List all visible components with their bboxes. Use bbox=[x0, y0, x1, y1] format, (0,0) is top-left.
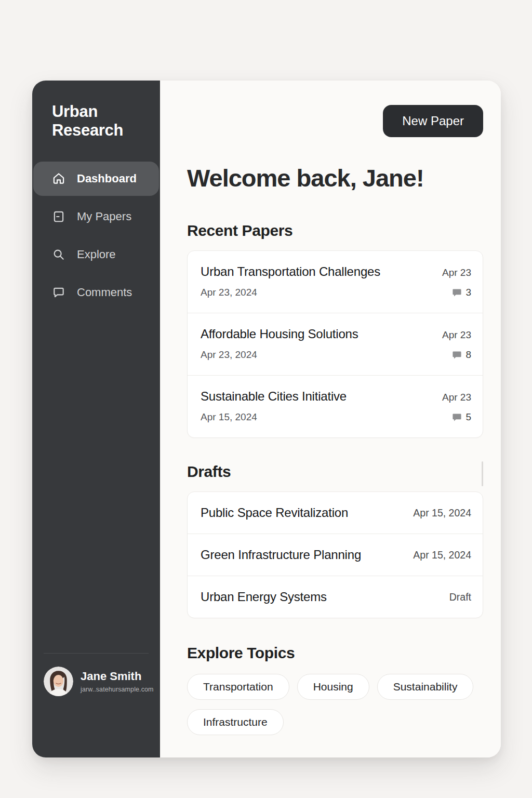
new-paper-button[interactable]: New Paper bbox=[383, 105, 483, 137]
brand-title: Urban Research bbox=[52, 102, 132, 140]
sidebar-item-dashboard[interactable]: Dashboard bbox=[33, 162, 159, 196]
paper-right-date: Apr 23 bbox=[442, 392, 471, 403]
paper-title: Urban Transportation Challenges bbox=[201, 264, 380, 279]
sidebar-item-my-papers[interactable]: My Papers bbox=[33, 200, 159, 234]
comment-count-value: 3 bbox=[466, 287, 471, 298]
sidebar: Urban Research Dashboard My Papers Explo… bbox=[32, 81, 160, 757]
welcome-heading: Welcome back, Jane! bbox=[187, 164, 483, 192]
sidebar-nav: Dashboard My Papers Explore Comments bbox=[32, 162, 160, 310]
topic-chip-housing[interactable]: Housing bbox=[297, 674, 369, 700]
paper-date: Apr 23, 2024 bbox=[201, 349, 257, 361]
draft-title: Urban Energy Systems bbox=[201, 590, 327, 604]
search-icon bbox=[52, 248, 65, 261]
profile-row[interactable]: Jane Smith jarw..satehursample.com bbox=[32, 654, 160, 757]
drafts-card: Public Space Revitalization Apr 15, 2024… bbox=[187, 491, 483, 618]
comment-filled-icon bbox=[452, 288, 462, 298]
paper-icon bbox=[52, 210, 65, 223]
paper-title: Affordable Housing Solutions bbox=[201, 327, 358, 341]
draft-title: Green Infrastructure Planning bbox=[201, 548, 361, 562]
comment-count-value: 8 bbox=[466, 349, 471, 361]
sidebar-item-label: My Papers bbox=[77, 210, 131, 223]
comment-count: 3 bbox=[452, 287, 471, 298]
comment-count-value: 5 bbox=[466, 411, 471, 423]
paper-row[interactable]: Sustainable Cities Initiative Apr 23 Apr… bbox=[188, 375, 483, 437]
comment-icon bbox=[52, 286, 65, 299]
profile-section: Jane Smith jarw..satehursample.com bbox=[32, 653, 160, 757]
drafts-heading: Drafts bbox=[187, 463, 483, 481]
paper-row[interactable]: Urban Transportation Challenges Apr 23 A… bbox=[188, 251, 483, 313]
draft-status-badge: Draft bbox=[449, 591, 471, 603]
sidebar-item-label: Explore bbox=[77, 248, 116, 261]
recent-papers-heading: Recent Papers bbox=[187, 222, 483, 240]
comment-filled-icon bbox=[452, 350, 462, 360]
sidebar-item-label: Comments bbox=[77, 286, 132, 299]
topic-chip-transportation[interactable]: Transportation bbox=[187, 674, 289, 700]
recent-papers-card: Urban Transportation Challenges Apr 23 A… bbox=[187, 250, 483, 438]
draft-title: Public Space Revitalization bbox=[201, 506, 348, 520]
topic-chips: Transportation Housing Sustainability In… bbox=[187, 674, 483, 735]
draft-row[interactable]: Urban Energy Systems Draft bbox=[188, 576, 483, 618]
header-row: New Paper bbox=[187, 105, 483, 137]
paper-row[interactable]: Affordable Housing Solutions Apr 23 Apr … bbox=[188, 313, 483, 375]
paper-right-date: Apr 23 bbox=[442, 329, 471, 341]
paper-date: Apr 15, 2024 bbox=[201, 411, 257, 423]
main-content: New Paper Welcome back, Jane! Recent Pap… bbox=[160, 81, 501, 757]
draft-row[interactable]: Public Space Revitalization Apr 15, 2024 bbox=[188, 492, 483, 534]
draft-meta: Apr 15, 2024 bbox=[413, 507, 471, 519]
paper-date: Apr 23, 2024 bbox=[201, 287, 257, 298]
profile-name: Jane Smith bbox=[81, 670, 154, 683]
profile-email: jarw..satehursample.com bbox=[81, 686, 154, 693]
draft-row[interactable]: Green Infrastructure Planning Apr 15, 20… bbox=[188, 534, 483, 576]
app-window: Urban Research Dashboard My Papers Explo… bbox=[32, 81, 501, 757]
paper-title: Sustainable Cities Initiative bbox=[201, 389, 347, 404]
explore-topics-heading: Explore Topics bbox=[187, 644, 483, 662]
topic-chip-sustainability[interactable]: Sustainability bbox=[377, 674, 474, 700]
sidebar-item-comments[interactable]: Comments bbox=[33, 275, 159, 310]
avatar bbox=[44, 667, 73, 696]
paper-right-date: Apr 23 bbox=[442, 267, 471, 278]
draft-meta: Apr 15, 2024 bbox=[413, 549, 471, 561]
comment-count: 5 bbox=[452, 411, 471, 423]
comment-count: 8 bbox=[452, 349, 471, 361]
topic-chip-infrastructure[interactable]: Infrastructure bbox=[187, 709, 284, 735]
scrollbar-thumb[interactable] bbox=[482, 461, 483, 486]
comment-filled-icon bbox=[452, 413, 462, 422]
home-icon bbox=[52, 172, 65, 185]
sidebar-item-explore[interactable]: Explore bbox=[33, 237, 159, 272]
sidebar-item-label: Dashboard bbox=[77, 172, 137, 185]
